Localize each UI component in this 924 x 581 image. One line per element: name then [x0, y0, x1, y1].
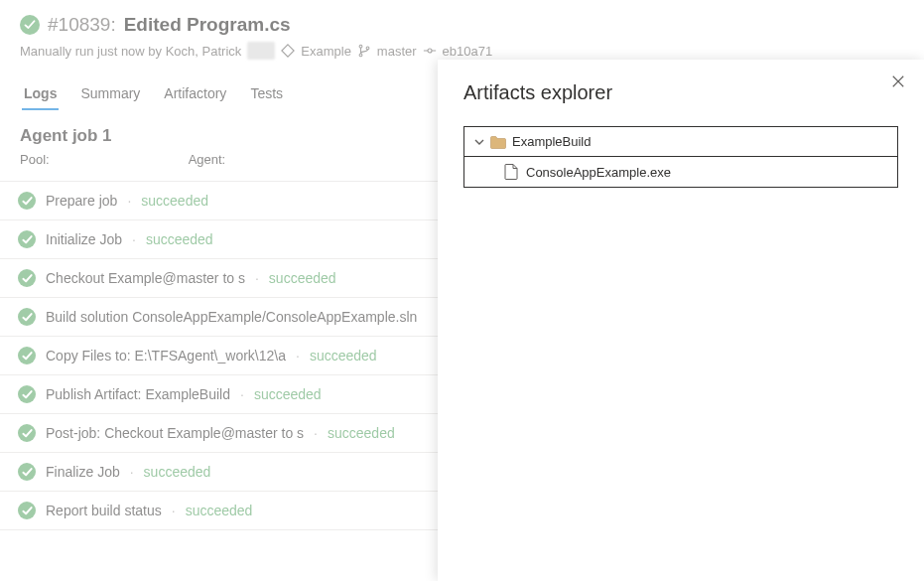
step-result: succeeded [269, 270, 336, 286]
close-icon[interactable] [890, 73, 906, 89]
step-separator: · [132, 231, 136, 247]
build-meta-text: Manually run just now by Koch, Patrick [20, 44, 241, 59]
step-result: succeeded [144, 464, 211, 480]
tab-tests[interactable]: Tests [248, 77, 285, 109]
step-separator: · [127, 193, 131, 209]
repo-name[interactable]: Example [301, 44, 351, 59]
step-success-icon [18, 308, 36, 326]
pool-label: Pool: [20, 152, 50, 167]
step-success-icon [18, 463, 36, 481]
artifact-folder-name: ExampleBuild [512, 134, 592, 149]
tab-artifactory[interactable]: Artifactory [162, 77, 228, 109]
svg-point-0 [359, 45, 362, 48]
artifact-tree: ExampleBuild ConsoleAppExample.exe [463, 126, 898, 188]
step-result: succeeded [254, 386, 322, 402]
step-name: Report build status [46, 503, 162, 518]
step-success-icon [18, 502, 36, 519]
step-separator: · [296, 348, 300, 363]
step-name: Post-job: Checkout Example@master to s [46, 425, 304, 441]
tab-summary[interactable]: Summary [78, 77, 142, 109]
repo-icon [281, 44, 295, 58]
step-name: Finalize Job [46, 464, 120, 480]
step-result: succeeded [310, 348, 377, 363]
step-success-icon [18, 385, 36, 403]
step-name: Prepare job [46, 193, 117, 209]
commit-icon [423, 44, 437, 58]
step-separator: · [130, 464, 134, 480]
artifacts-panel: Artifacts explorer ExampleBuild ConsoleA… [438, 60, 924, 581]
step-name: Build solution ConsoleAppExample/Console… [46, 309, 417, 325]
step-result: succeeded [328, 425, 395, 441]
step-name: Publish Artifact: ExampleBuild [46, 386, 230, 402]
artifact-folder-row[interactable]: ExampleBuild [464, 127, 897, 157]
folder-icon [490, 135, 506, 149]
avatar [247, 42, 275, 60]
build-number: #10839: [48, 14, 116, 36]
step-separator: · [172, 503, 176, 518]
svg-point-2 [366, 47, 369, 50]
artifact-file-row[interactable]: ConsoleAppExample.exe [464, 157, 897, 187]
step-name: Initialize Job [46, 231, 122, 247]
step-success-icon [18, 230, 36, 248]
step-separator: · [240, 386, 244, 402]
svg-point-1 [359, 54, 362, 57]
step-success-icon [18, 192, 36, 210]
step-success-icon [18, 347, 36, 364]
step-name: Checkout Example@master to s [46, 270, 245, 286]
step-success-icon [18, 269, 36, 287]
step-separator: · [255, 270, 259, 286]
commit-hash[interactable]: eb10a71 [443, 44, 493, 59]
step-result: succeeded [141, 193, 208, 209]
step-result: succeeded [146, 231, 213, 247]
artifact-file-name: ConsoleAppExample.exe [526, 165, 671, 180]
build-meta-row: Manually run just now by Koch, Patrick E… [20, 42, 904, 60]
step-name: Copy Files to: E:\TFSAgent\_work\12\a [46, 348, 286, 363]
panel-title: Artifacts explorer [463, 81, 898, 104]
step-separator: · [314, 425, 318, 441]
step-result: succeeded [186, 503, 253, 518]
svg-point-3 [428, 49, 432, 53]
step-success-icon [18, 424, 36, 442]
build-title: Edited Program.cs [124, 14, 291, 36]
branch-icon [357, 44, 371, 58]
agent-label: Agent: [189, 152, 226, 167]
file-icon [504, 164, 518, 180]
tab-logs[interactable]: Logs [22, 77, 59, 109]
chevron-down-icon [474, 137, 484, 147]
build-status-success-icon [20, 15, 40, 35]
branch-name[interactable]: master [377, 44, 417, 59]
